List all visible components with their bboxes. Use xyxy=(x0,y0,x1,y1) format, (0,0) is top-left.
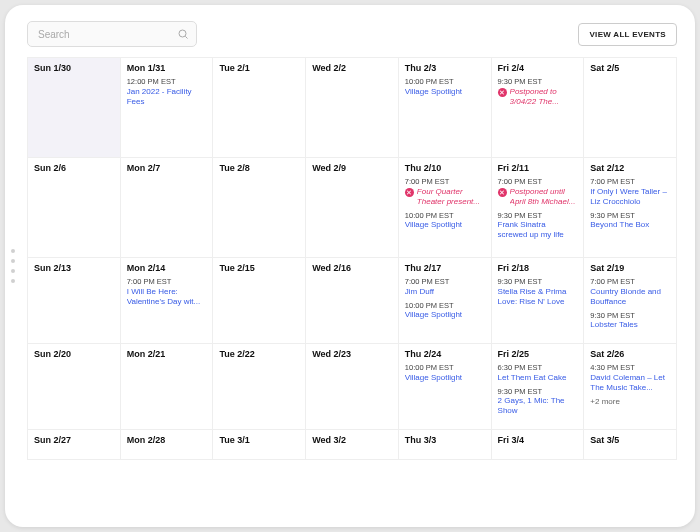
day-cell[interactable]: Sun 2/6 xyxy=(28,158,121,258)
event-time: 10:00 PM EST xyxy=(405,77,485,86)
event-title[interactable]: Village Spotlight xyxy=(405,310,485,320)
event-title[interactable]: Village Spotlight xyxy=(405,373,485,383)
day-cell[interactable]: Thu 2/2410:00 PM ESTVillage Spotlight xyxy=(399,344,492,430)
day-label: Wed 2/2 xyxy=(312,63,392,74)
day-cell[interactable]: Tue 2/1 xyxy=(213,58,306,158)
event-title[interactable]: Let Them Eat Cake xyxy=(498,373,578,383)
search-input[interactable] xyxy=(27,21,197,47)
event-title[interactable]: Postponed until April 8th Michael... xyxy=(510,187,578,207)
day-cell[interactable]: Wed 2/2 xyxy=(306,58,399,158)
event-title[interactable]: 2 Gays, 1 Mic: The Show xyxy=(498,396,578,416)
day-cell[interactable]: Sun 2/13 xyxy=(28,258,121,344)
tablet-frame: VIEW ALL EVENTS Sun 1/30Mon 1/3112:00 PM… xyxy=(5,5,695,527)
day-cell[interactable]: Mon 1/3112:00 PM ESTJan 2022 - Facility … xyxy=(121,58,214,158)
day-cell[interactable]: Thu 2/177:00 PM ESTJim Duff10:00 PM ESTV… xyxy=(399,258,492,344)
day-cell[interactable]: Fri 2/189:30 PM ESTStella Rise & Prima L… xyxy=(492,258,585,344)
calendar-event[interactable]: 9:30 PM ESTLobster Tales xyxy=(590,311,670,330)
calendar-event[interactable]: 6:30 PM ESTLet Them Eat Cake xyxy=(498,363,578,382)
event-time: 12:00 PM EST xyxy=(127,77,207,86)
day-cell[interactable]: Fri 3/4 xyxy=(492,430,585,460)
calendar-event[interactable]: 9:30 PM EST2 Gays, 1 Mic: The Show xyxy=(498,387,578,416)
day-cell[interactable]: Sat 3/5 xyxy=(584,430,677,460)
search-field-wrap xyxy=(27,21,197,47)
event-time: 7:00 PM EST xyxy=(405,277,485,286)
calendar-event[interactable]: 7:00 PM EST✕Postponed until April 8th Mi… xyxy=(498,177,578,206)
event-title[interactable]: Jim Duff xyxy=(405,287,485,297)
day-label: Mon 1/31 xyxy=(127,63,207,74)
calendar-event[interactable]: 7:00 PM ESTCountry Blonde and Bouffance xyxy=(590,277,670,306)
day-cell[interactable]: Tue 2/15 xyxy=(213,258,306,344)
day-cell[interactable]: Wed 2/23 xyxy=(306,344,399,430)
day-cell[interactable]: Fri 2/256:30 PM ESTLet Them Eat Cake9:30… xyxy=(492,344,585,430)
day-cell[interactable]: Sat 2/197:00 PM ESTCountry Blonde and Bo… xyxy=(584,258,677,344)
calendar-event[interactable]: 10:00 PM ESTVillage Spotlight xyxy=(405,301,485,320)
day-label: Thu 2/24 xyxy=(405,349,485,360)
event-time: 4:30 PM EST xyxy=(590,363,670,372)
event-title[interactable]: Frank Sinatra screwed up my life xyxy=(498,220,578,240)
search-icon xyxy=(177,28,189,40)
day-label: Tue 2/22 xyxy=(219,349,299,360)
day-cell[interactable]: Sun 2/20 xyxy=(28,344,121,430)
day-cell[interactable]: Wed 3/2 xyxy=(306,430,399,460)
calendar-event[interactable]: 12:00 PM ESTJan 2022 - Facility Fees xyxy=(127,77,207,106)
event-time: 7:00 PM EST xyxy=(590,177,670,186)
day-label: Tue 2/8 xyxy=(219,163,299,174)
day-cell[interactable]: Sat 2/5 xyxy=(584,58,677,158)
day-cell[interactable]: Fri 2/49:30 PM EST✕Postponed to 3/04/22 … xyxy=(492,58,585,158)
day-cell[interactable]: Tue 2/8 xyxy=(213,158,306,258)
svg-point-0 xyxy=(179,30,186,37)
event-title[interactable]: Lobster Tales xyxy=(590,320,670,330)
cancelled-icon: ✕ xyxy=(498,188,507,197)
event-title[interactable]: Postponed to 3/04/22 The... xyxy=(510,87,578,107)
calendar-event[interactable]: 9:30 PM ESTFrank Sinatra screwed up my l… xyxy=(498,211,578,240)
calendar-event[interactable]: 9:30 PM ESTStella Rise & Prima Love: Ris… xyxy=(498,277,578,306)
event-title[interactable]: David Coleman – Let The Music Take... xyxy=(590,373,670,393)
calendar-event[interactable]: 9:30 PM EST✕Postponed to 3/04/22 The... xyxy=(498,77,578,106)
calendar-event[interactable]: 10:00 PM ESTVillage Spotlight xyxy=(405,211,485,230)
day-cell[interactable]: Sat 2/127:00 PM ESTIf Only I Were Taller… xyxy=(584,158,677,258)
day-cell[interactable]: Sat 2/264:30 PM ESTDavid Coleman – Let T… xyxy=(584,344,677,430)
day-cell[interactable]: Wed 2/16 xyxy=(306,258,399,344)
view-all-events-button[interactable]: VIEW ALL EVENTS xyxy=(578,23,677,46)
day-cell[interactable]: Sun 1/30 xyxy=(28,58,121,158)
day-label: Tue 3/1 xyxy=(219,435,299,446)
day-label: Mon 2/21 xyxy=(127,349,207,360)
event-title[interactable]: Stella Rise & Prima Love: Rise N' Love xyxy=(498,287,578,307)
event-title[interactable]: Country Blonde and Bouffance xyxy=(590,287,670,307)
calendar-event[interactable]: 10:00 PM ESTVillage Spotlight xyxy=(405,77,485,96)
svg-line-1 xyxy=(185,36,187,38)
day-cell[interactable]: Mon 2/21 xyxy=(121,344,214,430)
cancelled-icon: ✕ xyxy=(405,188,414,197)
day-cell[interactable]: Thu 3/3 xyxy=(399,430,492,460)
day-cell[interactable]: Wed 2/9 xyxy=(306,158,399,258)
calendar-event[interactable]: 9:30 PM ESTBeyond The Box xyxy=(590,211,670,230)
day-cell[interactable]: Thu 2/310:00 PM ESTVillage Spotlight xyxy=(399,58,492,158)
event-title[interactable]: If Only I Were Taller – Liz Crocchiolo xyxy=(590,187,670,207)
day-cell[interactable]: Mon 2/7 xyxy=(121,158,214,258)
event-time: 7:00 PM EST xyxy=(405,177,485,186)
day-cell[interactable]: Mon 2/147:00 PM ESTI Will Be Here: Valen… xyxy=(121,258,214,344)
calendar-event[interactable]: 7:00 PM EST✕Four Quarter Theater present… xyxy=(405,177,485,206)
event-title[interactable]: I Will Be Here: Valentine's Day wit... xyxy=(127,287,207,307)
day-label: Thu 2/17 xyxy=(405,263,485,274)
calendar-event[interactable]: 7:00 PM ESTIf Only I Were Taller – Liz C… xyxy=(590,177,670,206)
event-title[interactable]: Village Spotlight xyxy=(405,87,485,97)
day-cell[interactable]: Thu 2/107:00 PM EST✕Four Quarter Theater… xyxy=(399,158,492,258)
day-label: Mon 2/7 xyxy=(127,163,207,174)
event-title[interactable]: Village Spotlight xyxy=(405,220,485,230)
event-title[interactable]: Jan 2022 - Facility Fees xyxy=(127,87,207,107)
day-cell[interactable]: Tue 2/22 xyxy=(213,344,306,430)
calendar-event[interactable]: 4:30 PM ESTDavid Coleman – Let The Music… xyxy=(590,363,670,392)
day-cell[interactable]: Fri 2/117:00 PM EST✕Postponed until Apri… xyxy=(492,158,585,258)
day-cell[interactable]: Sun 2/27 xyxy=(28,430,121,460)
event-title[interactable]: Beyond The Box xyxy=(590,220,670,230)
more-events-link[interactable]: +2 more xyxy=(590,397,670,407)
event-time: 9:30 PM EST xyxy=(498,211,578,220)
calendar-event[interactable]: 10:00 PM ESTVillage Spotlight xyxy=(405,363,485,382)
day-cell[interactable]: Mon 2/28 xyxy=(121,430,214,460)
event-title[interactable]: Four Quarter Theater present... xyxy=(417,187,485,207)
calendar-event[interactable]: 7:00 PM ESTJim Duff xyxy=(405,277,485,296)
calendar-event[interactable]: 7:00 PM ESTI Will Be Here: Valentine's D… xyxy=(127,277,207,306)
day-cell[interactable]: Tue 3/1 xyxy=(213,430,306,460)
day-label: Mon 2/14 xyxy=(127,263,207,274)
